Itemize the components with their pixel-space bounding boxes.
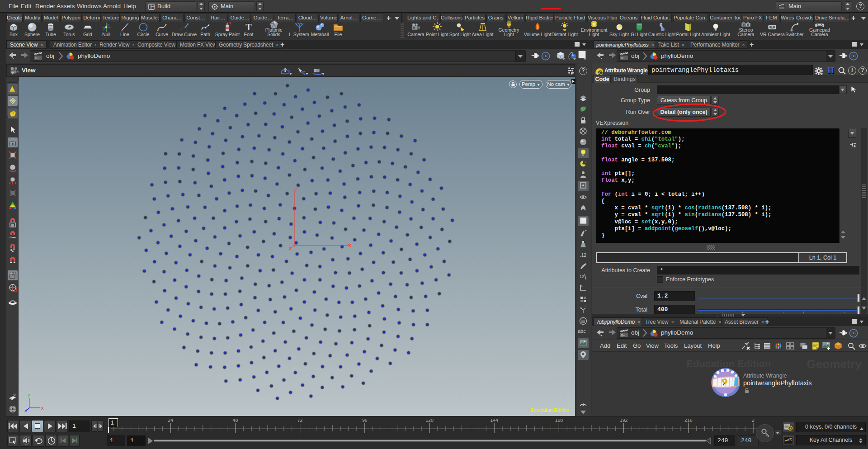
svg-text:96: 96: [362, 419, 368, 423]
svg-text:48: 48: [233, 419, 238, 423]
svg-text:y: y: [28, 392, 30, 397]
svg-text:72: 72: [297, 419, 303, 423]
svg-text:z: z: [24, 407, 27, 412]
svg-text:24: 24: [168, 419, 173, 423]
svg-text:.12: .12: [580, 253, 586, 258]
svg-text:168: 168: [555, 419, 563, 423]
svg-text:120: 120: [425, 419, 434, 423]
svg-text:192: 192: [620, 419, 628, 423]
svg-text:B+: B+: [621, 334, 625, 337]
svg-text:216: 216: [684, 419, 693, 423]
svg-text:144: 144: [490, 419, 498, 423]
svg-text:2: 2: [752, 419, 755, 423]
svg-text:B+: B+: [35, 57, 39, 60]
svg-text:12: 12: [580, 274, 584, 279]
svg-text:x: x: [41, 405, 44, 411]
svg-text:T: T: [245, 22, 252, 32]
svg-text:B+: B+: [621, 57, 625, 60]
